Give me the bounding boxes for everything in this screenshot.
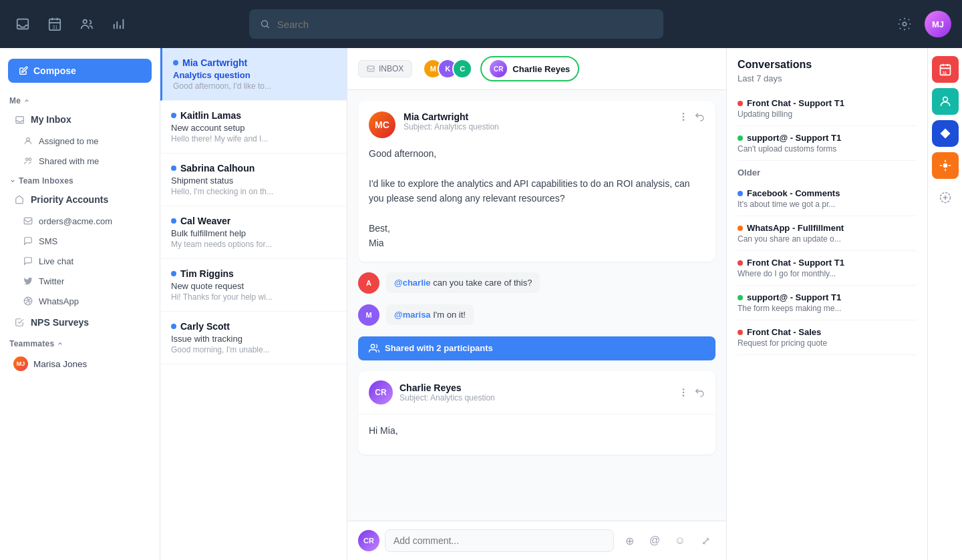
user-avatar[interactable]: MJ — [925, 11, 951, 37]
sidebar-item-shared-with-me[interactable]: Shared with me — [4, 152, 156, 170]
mention-button[interactable]: @ — [645, 531, 665, 551]
svg-point-17 — [683, 388, 683, 389]
shared-banner: Shared with 2 participants — [358, 336, 715, 360]
charlie-badge[interactable]: CR Charlie Reyes — [480, 56, 579, 81]
shared-reply-header: CR Charlie Reyes Subject: Analytics ques… — [358, 371, 715, 414]
contacts-icon[interactable] — [75, 12, 99, 36]
right-conv-item-0[interactable]: Front Chat - Support T1 Updating billing — [738, 91, 917, 126]
status-dot — [738, 260, 743, 266]
conv-item-cal-weaver[interactable]: Cal Weaver Bulk fulfillment help My team… — [160, 206, 347, 259]
message-actions-mia[interactable] — [678, 111, 705, 122]
search-icon — [260, 19, 270, 29]
conv-item-mia-cartwright[interactable]: Mia Cartwright Analytics question Good a… — [160, 48, 347, 101]
comment-row-1: A @charlie can you take care of this? — [358, 272, 715, 294]
conv-item-sabrina-calhoun[interactable]: Sabrina Calhoun Shipment status Hello, I… — [160, 154, 347, 206]
main-layout: Compose Me My Inbox Assigned to me Share… — [0, 48, 962, 560]
reply-icon-2[interactable] — [694, 387, 705, 398]
svg-rect-12 — [367, 66, 374, 71]
mention-charlie: @charlie — [394, 278, 431, 288]
unread-dot — [171, 324, 176, 329]
comment-bubble-2: @marisa I'm on it! — [386, 304, 474, 325]
shared-icon — [23, 156, 33, 166]
unread-dot — [171, 113, 176, 118]
icon-bar-item-hubspot[interactable] — [932, 152, 959, 179]
svg-point-4 — [262, 21, 268, 27]
sidebar-item-whatsapp[interactable]: WhatsApp — [4, 292, 156, 310]
right-conv-older-3[interactable]: support@ - Support T1 The form keeps mak… — [738, 286, 917, 320]
settings-icon[interactable] — [893, 12, 917, 36]
right-conv-older-1[interactable]: WhatsApp - Fullfillment Can you share an… — [738, 216, 917, 251]
sidebar-item-nps-surveys[interactable]: NPS Surveys — [4, 312, 156, 333]
svg-point-3 — [84, 20, 88, 23]
right-panel-subtitle: Last 7 days — [738, 73, 917, 83]
search-input[interactable] — [277, 19, 653, 30]
sidebar-item-priority-accounts[interactable]: Priority Accounts — [4, 189, 156, 210]
analytics-icon[interactable] — [107, 12, 131, 36]
calendar-icon[interactable]: 31 — [43, 12, 67, 36]
chat-input-bar: CR ⊕ @ ☺ ⤢ — [347, 521, 726, 560]
sidebar-item-orders[interactable]: orders@acme.com — [4, 212, 156, 230]
right-conv-older-0[interactable]: Facebook - Comments It's about time we g… — [738, 182, 917, 216]
sidebar-item-assigned-to-me[interactable]: Assigned to me — [4, 131, 156, 150]
sidebar: Compose Me My Inbox Assigned to me Share… — [0, 48, 160, 560]
unread-dot — [173, 60, 178, 65]
right-panel-title: Conversations — [738, 59, 917, 71]
reply-icon[interactable] — [694, 111, 705, 122]
mention-marisa: @marisa — [394, 310, 431, 320]
older-conversations: Facebook - Comments It's about time we g… — [738, 182, 917, 355]
conv-item-tim-riggins[interactable]: Tim Riggins New quote request Hi! Thanks… — [160, 259, 347, 312]
comment-input[interactable] — [385, 529, 614, 552]
svg-point-8 — [26, 158, 29, 161]
marisa-avatar-icon: MJ — [13, 356, 28, 371]
team-collapse-icon — [9, 178, 16, 184]
right-conv-older-2[interactable]: Front Chat - Support T1 Where do I go fo… — [738, 251, 917, 286]
top-navigation: 31 MJ — [0, 0, 962, 48]
shared-reply-card: CR Charlie Reyes Subject: Analytics ques… — [358, 371, 715, 455]
recent-conversations: Front Chat - Support T1 Updating billing… — [738, 91, 917, 161]
status-dot — [738, 191, 743, 196]
search-bar[interactable] — [249, 9, 663, 39]
svg-text:31: 31 — [52, 24, 57, 30]
svg-point-15 — [683, 119, 683, 120]
shared-icon — [369, 343, 379, 354]
expand-button[interactable]: ⤢ — [695, 531, 715, 551]
svg-point-19 — [683, 395, 683, 396]
team-inboxes-label: Team Inboxes — [0, 171, 160, 188]
svg-point-14 — [683, 116, 683, 117]
icon-bar-item-calendar[interactable]: 31 — [932, 56, 959, 83]
compose-button[interactable]: Compose — [8, 59, 152, 83]
older-label: Older — [738, 168, 917, 178]
more-options-icon[interactable] — [678, 111, 689, 122]
icon-bar-item-add[interactable] — [932, 184, 959, 211]
inbox-badge: INBOX — [358, 60, 412, 77]
inbox-icon[interactable] — [11, 12, 35, 36]
right-conv-older-4[interactable]: Front Chat - Sales Request for pricing q… — [738, 320, 917, 355]
icon-bar-item-contacts[interactable] — [932, 88, 959, 115]
svg-point-13 — [683, 113, 683, 114]
shared-reply-body: Hi Mia, — [358, 414, 715, 455]
inbox-folder-icon — [13, 113, 25, 125]
compose-icon — [19, 66, 28, 75]
svg-text:31: 31 — [942, 71, 947, 75]
sidebar-item-live-chat[interactable]: Live chat — [4, 252, 156, 270]
more-options-icon-2[interactable] — [678, 387, 689, 398]
sidebar-item-my-inbox[interactable]: My Inbox — [4, 109, 156, 130]
message-header-mia: MC Mia Cartwright Subject: Analytics que… — [369, 111, 705, 138]
participant-avatar-3: C — [452, 59, 472, 79]
message-actions-charlie[interactable] — [678, 387, 705, 398]
sidebar-item-twitter[interactable]: Twitter — [4, 272, 156, 290]
emoji-reaction-button[interactable]: ⊕ — [619, 531, 639, 551]
chat-header: INBOX M K C CR Charlie Reyes — [347, 48, 726, 90]
emoji-button[interactable]: ☺ — [670, 531, 690, 551]
right-conv-item-1[interactable]: support@ - Support T1 Can't upload custo… — [738, 126, 917, 161]
status-dot — [738, 226, 743, 231]
conv-item-kaitlin-lamas[interactable]: Kaitlin Lamas New account setup Hello th… — [160, 101, 347, 154]
icon-bar-item-diamond[interactable] — [932, 120, 959, 147]
conv-item-carly-scott[interactable]: Carly Scott Issue with tracking Good mor… — [160, 312, 347, 364]
svg-point-16 — [371, 344, 374, 348]
me-section-label: Me — [0, 91, 160, 108]
email-icon — [23, 216, 33, 226]
sidebar-item-sms[interactable]: SMS — [4, 232, 156, 250]
sidebar-item-marisa-jones[interactable]: MJ Marisa Jones — [4, 352, 156, 376]
priority-icon — [13, 194, 25, 206]
